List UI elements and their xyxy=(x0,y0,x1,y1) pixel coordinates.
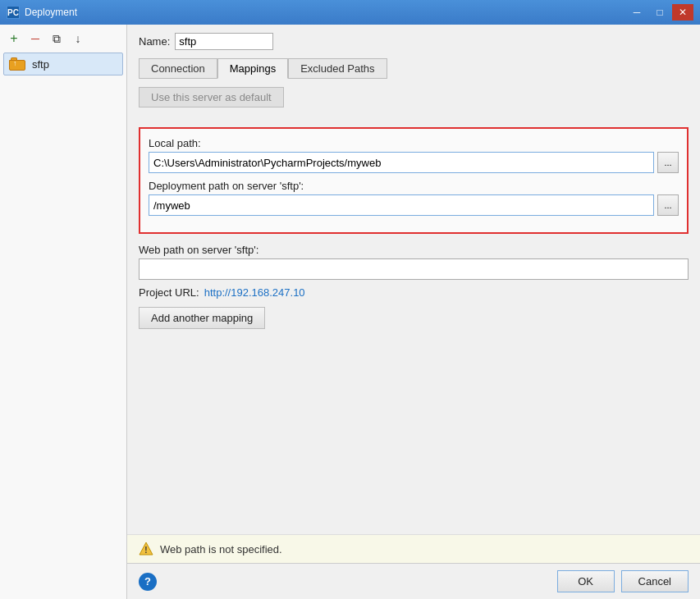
close-button[interactable]: ✕ xyxy=(672,4,693,21)
tab-mappings[interactable]: Mappings xyxy=(217,58,288,79)
name-label: Name: xyxy=(139,35,170,48)
name-input[interactable] xyxy=(175,33,273,50)
sidebar-item-sftp[interactable]: ↑ sftp xyxy=(3,53,123,75)
tab-connection[interactable]: Connection xyxy=(139,58,217,79)
sidebar-toolbar: + ─ ⧉ ↓ xyxy=(3,30,123,48)
ok-button[interactable]: OK xyxy=(557,570,615,592)
tab-excluded-paths[interactable]: Excluded Paths xyxy=(288,58,387,79)
content-area: Name: Connection Mappings Excluded Paths… xyxy=(127,25,700,534)
sidebar-item-label: sftp xyxy=(32,58,49,71)
bottom-area xyxy=(139,329,689,526)
name-row: Name: xyxy=(139,33,689,50)
local-path-row: Local path: ... xyxy=(149,137,679,173)
footer-right: OK Cancel xyxy=(557,570,689,592)
footer-left: ? xyxy=(139,573,157,591)
webpath-label: Web path on server 'sftp': xyxy=(139,244,689,256)
use-as-default-button[interactable]: Use this server as default xyxy=(139,87,284,107)
window-controls: ─ □ ✕ xyxy=(626,4,693,21)
window-title: Deployment xyxy=(25,7,77,18)
warning-row: ! Web path is not specified. xyxy=(127,534,700,563)
project-url-label: Project URL: xyxy=(139,286,199,299)
webpath-input[interactable] xyxy=(139,258,689,280)
project-url-row: Project URL: http://192.168.247.10 xyxy=(139,286,689,299)
minimize-button[interactable]: ─ xyxy=(626,4,647,21)
deploy-path-browse-button[interactable]: ... xyxy=(657,194,679,216)
help-button[interactable]: ? xyxy=(139,573,157,591)
maximize-button[interactable]: □ xyxy=(649,4,670,21)
app-icon: PC xyxy=(7,6,20,19)
add-mapping-button[interactable]: Add another mapping xyxy=(139,307,265,329)
sftp-server-icon: ↑ xyxy=(9,57,27,71)
remove-server-button[interactable]: ─ xyxy=(26,30,44,48)
move-server-button[interactable]: ↓ xyxy=(69,30,87,48)
deploy-path-input[interactable] xyxy=(149,194,654,216)
webpath-section: Web path on server 'sftp': xyxy=(139,244,689,280)
copy-server-button[interactable]: ⧉ xyxy=(48,30,66,48)
sidebar: + ─ ⧉ ↓ ↑ sftp xyxy=(0,25,127,599)
title-bar: PC Deployment ─ □ ✕ xyxy=(0,0,700,25)
title-bar-left: PC Deployment xyxy=(7,6,77,19)
local-path-input-group: ... xyxy=(149,152,679,173)
tabs-row: Connection Mappings Excluded Paths xyxy=(139,58,689,79)
warning-text: Web path is not specified. xyxy=(160,543,282,556)
local-path-browse-button[interactable]: ... xyxy=(657,152,679,173)
footer-row: ? OK Cancel xyxy=(127,563,700,599)
mapping-section: Local path: ... Deployment path on serve… xyxy=(139,127,689,234)
main-container: + ─ ⧉ ↓ ↑ sftp Name: xyxy=(0,25,700,599)
deploy-path-input-group: ... xyxy=(149,194,679,216)
cancel-button[interactable]: Cancel xyxy=(621,570,689,592)
warning-icon: ! xyxy=(139,542,153,556)
deploy-path-row: Deployment path on server 'sftp': ... xyxy=(149,180,679,216)
svg-text:!: ! xyxy=(144,546,147,555)
local-path-label: Local path: xyxy=(149,137,679,149)
project-url-link[interactable]: http://192.168.247.10 xyxy=(204,286,305,299)
add-server-button[interactable]: + xyxy=(5,30,23,48)
deploy-path-label: Deployment path on server 'sftp': xyxy=(149,180,679,192)
local-path-input[interactable] xyxy=(149,152,654,173)
add-mapping-row: Add another mapping xyxy=(139,307,689,329)
